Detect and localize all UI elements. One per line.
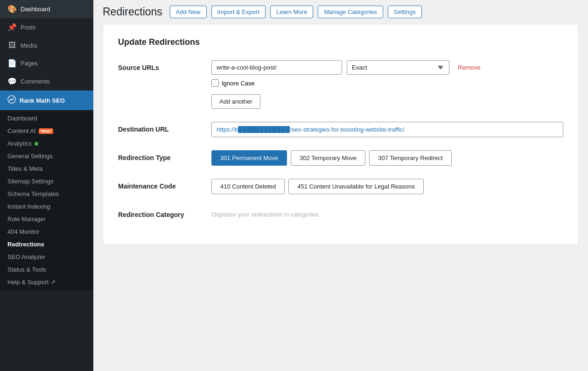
redirect-307-button[interactable]: 307 Temporary Redirect (369, 150, 452, 166)
add-another-button[interactable]: Add another (211, 94, 260, 109)
source-urls-label: Source URLs (118, 60, 211, 71)
redirect-302-button[interactable]: 302 Temporary Move (291, 150, 365, 166)
source-url-type-select[interactable]: Exact Contains Starts With Ends With Reg… (347, 60, 449, 75)
update-redirections-card: Update Redirections Source URLs Exact Co… (103, 24, 579, 245)
destination-url-control (211, 122, 563, 137)
submenu-label: Analytics (7, 140, 32, 147)
source-url-input[interactable] (211, 60, 342, 75)
maintenance-code-control: 410 Content Deleted 451 Content Unavaila… (211, 179, 563, 194)
pages-icon: 📄 (7, 59, 17, 68)
sidebar-item-media[interactable]: 🖼 Media (0, 36, 93, 54)
maintenance-code-label: Maintenance Code (118, 179, 211, 190)
ignore-case-row: Ignore Case (211, 79, 563, 87)
sidebar-item-dashboard[interactable]: 🎨 Dashboard (0, 0, 93, 18)
sidebar-submenu-item-redirections[interactable]: Redirections (0, 238, 93, 251)
settings-button[interactable]: Settings (388, 6, 422, 18)
submenu-label: Status & Tools (7, 266, 46, 273)
submenu-label: 404 Monitor (7, 228, 40, 235)
dashboard-icon: 🎨 (7, 5, 17, 14)
redirection-type-button-group: 301 Permanent Move 302 Temporary Move 30… (211, 150, 563, 166)
sidebar-item-label: Media (21, 42, 37, 49)
redirect-301-button[interactable]: 301 Permanent Move (211, 150, 287, 166)
sidebar-submenu-item-schema[interactable]: Schema Templates (0, 188, 93, 200)
sidebar-submenu-item-content-ai[interactable]: Content AI New! (0, 125, 93, 137)
sidebar-item-comments[interactable]: 💬 Comments (0, 72, 93, 91)
submenu-label: Redirections (7, 241, 44, 248)
rank-math-label: Rank Math SEO (20, 97, 65, 104)
analytics-dot (35, 142, 38, 146)
sidebar-item-rank-math[interactable]: Rank Math SEO (0, 91, 93, 110)
sidebar-item-label: Comments (21, 78, 50, 85)
redirection-category-row: Redirection Category Organize your redir… (118, 207, 563, 218)
sidebar-submenu-item-instant-indexing[interactable]: Instant Indexing (0, 200, 93, 213)
submenu-label: Titles & Meta (7, 165, 42, 172)
submenu-label: Help & Support ↗ (7, 279, 56, 286)
submenu-label: General Settings (7, 153, 53, 160)
sidebar-item-label: Posts (21, 24, 36, 31)
sidebar-submenu-item-help-support[interactable]: Help & Support ↗ (0, 276, 93, 288)
submenu-label: Content AI (7, 127, 36, 134)
sidebar-submenu-item-sitemap[interactable]: Sitemap Settings (0, 175, 93, 188)
destination-url-row: Destination URL (118, 122, 563, 137)
submenu-label: Instant Indexing (7, 203, 50, 210)
submenu-label: Role Manager (7, 216, 46, 223)
sidebar-top-nav: 🎨 Dashboard 📌 Posts 🖼 Media 📄 Pages 💬 Co… (0, 0, 93, 91)
sidebar-submenu-item-404-monitor[interactable]: 404 Monitor (0, 225, 93, 238)
new-badge: New! (39, 128, 54, 134)
maintenance-code-button-group: 410 Content Deleted 451 Content Unavaila… (211, 179, 563, 194)
submenu-label: SEO Analyzer (7, 253, 45, 260)
submenu-label: Schema Templates (7, 190, 59, 197)
manage-categories-button[interactable]: Manage Categories (318, 6, 383, 18)
learn-more-button[interactable]: Learn More (270, 6, 313, 18)
posts-icon: 📌 (7, 23, 17, 32)
sidebar-submenu-item-role-manager[interactable]: Role Manager (0, 213, 93, 225)
rank-math-icon (7, 95, 16, 105)
destination-url-input[interactable] (211, 122, 563, 137)
sidebar-submenu-item-seo-analyzer[interactable]: SEO Analyzer (0, 251, 93, 263)
sidebar-item-label: Pages (21, 60, 38, 67)
ignore-case-checkbox[interactable] (211, 79, 219, 87)
remove-link[interactable]: Remove (458, 64, 480, 71)
sidebar-submenu-item-general-settings[interactable]: General Settings (0, 150, 93, 162)
source-urls-row: Source URLs Exact Contains Starts With E… (118, 60, 563, 109)
source-url-input-row: Exact Contains Starts With Ends With Reg… (211, 60, 563, 75)
destination-url-label: Destination URL (118, 122, 211, 133)
comments-icon: 💬 (7, 77, 17, 86)
category-hint: Organize your redirections in categories… (211, 207, 563, 218)
source-urls-control: Exact Contains Starts With Ends With Reg… (211, 60, 563, 109)
redirection-type-row: Redirection Type 301 Permanent Move 302 … (118, 150, 563, 166)
code-451-button[interactable]: 451 Content Unavailable for Legal Reason… (288, 179, 424, 194)
ignore-case-label: Ignore Case (222, 80, 255, 87)
redirection-type-label: Redirection Type (118, 150, 211, 161)
redirection-type-control: 301 Permanent Move 302 Temporary Move 30… (211, 150, 563, 166)
sidebar-item-label: Dashboard (21, 6, 50, 13)
sidebar-submenu-item-dashboard[interactable]: Dashboard (0, 112, 93, 125)
sidebar: 🎨 Dashboard 📌 Posts 🖼 Media 📄 Pages 💬 Co… (0, 0, 93, 371)
maintenance-code-row: Maintenance Code 410 Content Deleted 451… (118, 179, 563, 194)
sidebar-submenu: Dashboard Content AI New! Analytics Gene… (0, 110, 93, 290)
redirection-category-control: Organize your redirections in categories… (211, 207, 563, 218)
sidebar-submenu-item-status-tools[interactable]: Status & Tools (0, 263, 93, 276)
page-title: Redirections (103, 6, 162, 18)
sidebar-submenu-item-analytics[interactable]: Analytics (0, 137, 93, 150)
redirection-category-label: Redirection Category (118, 207, 211, 218)
sidebar-submenu-item-titles-meta[interactable]: Titles & Meta (0, 162, 93, 175)
add-new-button[interactable]: Add New (170, 6, 207, 18)
sidebar-item-pages[interactable]: 📄 Pages (0, 54, 93, 72)
submenu-label: Dashboard (7, 115, 37, 122)
code-410-button[interactable]: 410 Content Deleted (211, 179, 285, 194)
media-icon: 🖼 (7, 41, 17, 49)
top-bar: Redirections Add New Import & Export Lea… (93, 0, 588, 24)
sidebar-item-posts[interactable]: 📌 Posts (0, 18, 93, 36)
import-export-button[interactable]: Import & Export (211, 6, 266, 18)
card-title: Update Redirections (118, 37, 563, 47)
submenu-label: Sitemap Settings (7, 178, 53, 185)
main-content: Redirections Add New Import & Export Lea… (93, 0, 588, 371)
